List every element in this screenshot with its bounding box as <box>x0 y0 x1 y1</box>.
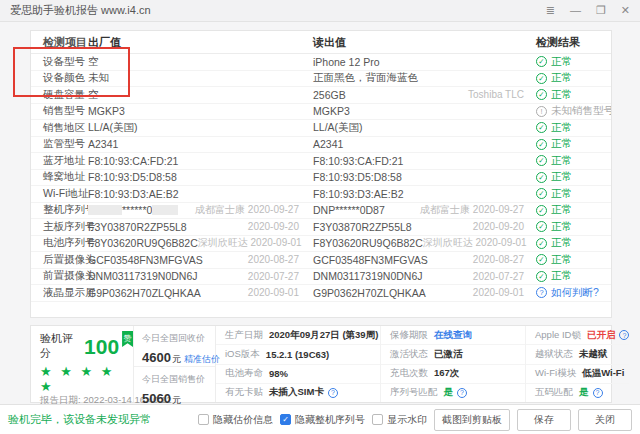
row-result-cell: ✓正常 <box>536 187 611 201</box>
result-text: 正常 <box>551 137 572 151</box>
factory-value: DNM03117319N0DN6J <box>88 270 198 282</box>
row-read-cell: F8:10:93:D3:AE:B2 <box>313 188 536 200</box>
read-value: 256GB <box>313 89 346 101</box>
screenshot-to-clipboard-button[interactable]: 截图到剪贴板 <box>434 409 510 431</box>
info-label: 生产日期 <box>225 329 263 342</box>
info-label: iOS版本 <box>225 348 260 361</box>
factory-note: 2020-09-20 <box>248 221 299 232</box>
status-text: 验机完毕，该设备未发现异常 <box>8 412 151 427</box>
info-label: Apple ID锁 <box>535 329 581 342</box>
row-item-label: 电池序列号 <box>31 236 88 250</box>
checkbox-box[interactable] <box>372 414 383 425</box>
info-cell: 越狱状态未越狱 <box>526 345 629 364</box>
table-row: 电池序列号F8Y03620RU9Q6B82C深圳欣旺达 2020-09-01F8… <box>31 236 611 253</box>
info-label: 序列号匹配 <box>390 386 438 399</box>
row-item-label: 监管型号 <box>31 137 88 151</box>
factory-value: F8:10:93:D5:D8:58 <box>88 171 177 183</box>
factory-value: 未知 <box>88 71 109 85</box>
check-circle-icon: ✓ <box>536 271 547 282</box>
row-read-cell: A2341 <box>313 138 536 150</box>
row-read-cell: LL/A(美国) <box>313 121 536 135</box>
row-result-cell: ✓正常 <box>536 121 611 135</box>
factory-note: 2020-08-27 <box>248 254 299 265</box>
check-circle-icon: ✓ <box>536 188 547 199</box>
row-factory-cell: 空 <box>88 55 313 69</box>
footer-controls: 隐藏估价信息✓隐藏整机序列号显示水印截图到剪贴板保存关闭 <box>198 409 632 431</box>
read-value: iPhone 12 Pro <box>313 56 380 68</box>
table-row: 蓝牙地址F8:10:93:CA:FD:21F8:10:93:CA:FD:21✓正… <box>31 153 611 170</box>
table-row: 液晶显示屏G9P0362H70ZLQHKAA2020-09-01G9P0362H… <box>31 285 611 302</box>
checkbox-option[interactable]: 隐藏估价信息 <box>198 413 273 427</box>
checkbox-box[interactable]: ✓ <box>280 414 291 425</box>
checkbox-option[interactable]: ✓隐藏整机序列号 <box>280 413 365 427</box>
table-row: Wi-Fi地址F8:10:93:D3:AE:B2F8:10:93:D3:AE:B… <box>31 186 611 203</box>
read-value: F8:10:93:D3:AE:B2 <box>313 188 403 200</box>
title-bar: 爱思助手验机报告 www.i4.cn ≣ — ❐ ✕ <box>0 0 640 22</box>
info-value: 已激活 <box>434 348 463 361</box>
check-circle-icon: ✓ <box>536 139 547 150</box>
minimize-icon[interactable]: — <box>570 5 581 16</box>
help-icon[interactable]: ? <box>457 388 467 398</box>
result-text: 未知销售型号 <box>551 104 612 118</box>
factory-value: F8Y03620RU9Q6B82C <box>88 237 198 249</box>
info-cell: 有无卡贴未插入SIM卡? <box>216 384 380 402</box>
close-icon[interactable]: ✕ <box>621 5 630 16</box>
row-read-cell: F8Y03620RU9Q6B82C深圳欣旺达 2020-09-01 <box>313 236 536 250</box>
read-value: GCF03548FN3MFGVAS <box>313 254 428 266</box>
row-result-cell: ✓正常 <box>536 269 611 283</box>
info-column: 保修期限在线查询激活状态已激活充电次数167次序列号匹配是? <box>381 326 526 402</box>
read-value: G9P0362H70ZLQHKAA <box>313 287 426 299</box>
read-note: 2020-08-27 <box>473 254 524 265</box>
verification-report-window: 爱思助手验机报告 www.i4.cn ≣ — ❐ ✕ 检测项目 出厂值 读出值 … <box>0 0 640 434</box>
recycle-price-unit: 元 <box>172 354 181 364</box>
sale-price-label: 今日全国销售价 <box>142 373 215 386</box>
menu-icon[interactable]: ≣ <box>546 5 555 16</box>
help-icon[interactable]: ? <box>328 388 338 398</box>
inspection-table: 检测项目 出厂值 读出值 检测结果 设备型号空iPhone 12 Pro✓正常设… <box>30 30 612 318</box>
checkbox-option[interactable]: 显示水印 <box>372 413 427 427</box>
table-row: 设备型号空iPhone 12 Pro✓正常 <box>31 54 611 71</box>
row-result-cell: ✓正常 <box>536 154 611 168</box>
info-value: 2020年09月27日 (第39周) <box>269 329 378 342</box>
factory-note: 2020-09-01 <box>248 287 299 298</box>
info-value[interactable]: 在线查询 <box>434 329 472 342</box>
row-factory-cell: F8:10:93:D5:D8:58 <box>88 171 313 183</box>
info-cell: 生产日期2020年09月27日 (第39周) <box>216 326 380 345</box>
checkbox-label: 隐藏估价信息 <box>213 413 273 427</box>
score-ribbon-badge-icon: 赞 <box>122 331 133 347</box>
info-value: 是 <box>579 386 589 399</box>
row-factory-cell: LL/A(美国) <box>88 121 313 135</box>
save-button[interactable]: 保存 <box>517 409 571 431</box>
row-item-label: 设备型号 <box>31 55 88 69</box>
estimate-link[interactable]: 精准估价 <box>184 354 220 364</box>
factory-value: MGKP3 <box>88 105 125 117</box>
restore-icon[interactable]: ❐ <box>596 5 606 16</box>
help-icon[interactable]: ? <box>619 330 629 340</box>
col-header-result: 检测结果 <box>536 35 611 50</box>
factory-value: A2341 <box>88 138 118 150</box>
score-line: 验机评分 100 赞 <box>40 331 133 361</box>
redaction-mask <box>88 205 122 215</box>
close-button[interactable]: 关闭 <box>578 409 632 431</box>
row-result-cell: ✓正常 <box>536 236 611 250</box>
check-circle-icon: ✓ <box>536 254 547 265</box>
table-body: 设备型号空iPhone 12 Pro✓正常设备颜色未知正面黑色，背面海蓝色✓正常… <box>31 54 611 302</box>
check-circle-icon: ✓ <box>536 205 547 216</box>
row-read-cell: DNM03117319N0DN6J2020-07-27 <box>313 270 536 282</box>
info-column: 生产日期2020年09月27日 (第39周)iOS版本15.2.1 (19C63… <box>216 326 381 402</box>
info-label: Wi-Fi模块 <box>535 367 576 380</box>
check-circle-icon: ✓ <box>536 122 547 133</box>
row-result-cell: ✓正常 <box>536 88 611 102</box>
info-label: 电池寿命 <box>225 367 263 380</box>
check-circle-icon: ✓ <box>536 73 547 84</box>
read-note: 2020-07-27 <box>473 271 524 282</box>
factory-note: 2020-07-27 <box>248 271 299 282</box>
row-read-cell: F3Y03870R2ZP55L82020-09-20 <box>313 221 536 233</box>
help-icon[interactable]: ? <box>593 388 603 398</box>
checkbox-box[interactable] <box>198 414 209 425</box>
row-item-label: 整机序列号 <box>31 203 88 217</box>
row-item-label: 硬盘容量 <box>31 88 88 102</box>
result-text[interactable]: 如何判断? <box>551 286 599 300</box>
factory-note: 成都富士康 2020-09-27 <box>195 203 299 217</box>
row-factory-cell: MGKP3 <box>88 105 313 117</box>
